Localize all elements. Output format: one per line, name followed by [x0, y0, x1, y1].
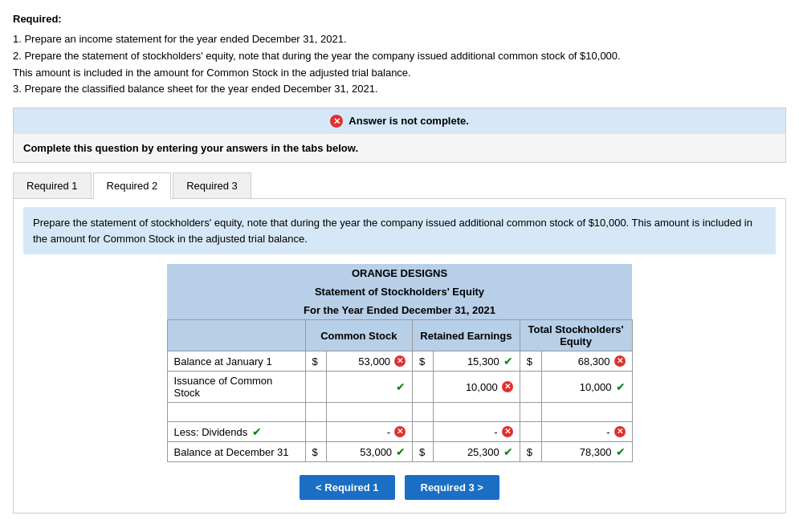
row3-common-dollar	[305, 422, 326, 442]
instructions-block: 1. Prepare an income statement for the y…	[13, 31, 786, 98]
row3-total-x-icon[interactable]: ✕	[614, 426, 626, 437]
row0-common-x-icon[interactable]: ✕	[394, 355, 406, 367]
col-total-equity-header: Total Stockholders' Equity	[520, 320, 632, 351]
row3-common-number: -	[387, 426, 390, 438]
row0-label: Balance at January 1	[167, 351, 305, 372]
row3-retained-number: -	[494, 426, 497, 438]
row1-common-check-icon: ✔	[396, 380, 406, 393]
row4-label: Balance at December 31	[167, 442, 305, 462]
row4-retained-check-icon: ✔	[503, 445, 513, 458]
instruction-line1: 1. Prepare an income statement for the y…	[13, 31, 786, 48]
required-header: Required:	[13, 13, 786, 25]
instruction-line2: 2. Prepare the statement of stockholders…	[13, 48, 786, 65]
period-title: For the Year Ended December 31, 2021	[167, 301, 632, 320]
row1-total-number: 10,000	[580, 381, 612, 393]
row3-label-text: Less: Dividends	[174, 426, 248, 438]
row1-retained-val[interactable]: 10,000 ✕	[434, 372, 520, 403]
row4-common-dollar: $	[305, 442, 326, 462]
row1-label: Issuance of Common Stock	[167, 372, 305, 403]
row4-common-check-icon: ✔	[396, 445, 406, 458]
tab-content: Prepare the statement of stockholders' e…	[13, 199, 786, 514]
row1-common-val: ✔	[326, 372, 413, 403]
table-row: Balance at January 1 $ 53,000 ✕ $ 15,300…	[167, 351, 632, 372]
table-wrapper: ORANGE DESIGNS Statement of Stockholders…	[23, 264, 776, 462]
row1-total-check-icon: ✔	[616, 380, 626, 393]
row0-total-val[interactable]: 68,300 ✕	[541, 351, 632, 372]
row0-common-number: 53,000	[358, 355, 390, 368]
row3-common-x-icon[interactable]: ✕	[394, 426, 406, 437]
row0-retained-val[interactable]: 15,300 ✔	[434, 351, 520, 372]
row3-retained-dollar	[413, 422, 434, 442]
answer-box: ✕ Answer is not complete. Complete this …	[13, 108, 786, 163]
row4-common-number: 53,000	[360, 446, 392, 458]
not-complete-icon: ✕	[330, 115, 343, 128]
row3-label: Less: Dividends ✔	[167, 422, 305, 442]
table-row: Less: Dividends ✔ - ✕ -	[167, 422, 632, 442]
row2-label	[167, 403, 305, 422]
row3-total-val[interactable]: - ✕	[541, 422, 632, 442]
row0-retained-check-icon: ✔	[503, 355, 513, 368]
col-common-stock-header: Common Stock	[305, 320, 413, 351]
statement-title: Statement of Stockholders' Equity	[167, 282, 632, 301]
row0-common-dollar: $	[305, 351, 326, 372]
row0-retained-dollar: $	[413, 351, 434, 372]
row0-total-number: 68,300	[578, 355, 610, 368]
required-text: Required:	[13, 13, 62, 25]
row3-total-dollar	[520, 422, 541, 442]
row4-total-number: 78,300	[580, 446, 612, 458]
row4-total-dollar: $	[520, 442, 541, 462]
table-row: Balance at December 31 $ 53,000 ✔ $ 25,3…	[167, 442, 632, 462]
row3-label-check-icon: ✔	[252, 425, 262, 438]
row0-retained-number: 15,300	[467, 355, 499, 368]
row4-total-val[interactable]: 78,300 ✔	[541, 442, 632, 462]
row1-total-dollar	[520, 372, 541, 403]
next-button[interactable]: Required 3 >	[405, 475, 499, 500]
nav-buttons: < Required 1 Required 3 >	[23, 475, 776, 500]
row0-total-dollar: $	[520, 351, 541, 372]
row4-retained-number: 25,300	[467, 446, 499, 458]
not-complete-text: Answer is not complete.	[349, 115, 469, 127]
row1-retained-dollar	[413, 372, 434, 403]
instruction-line3: 3. Prepare the classified balance sheet …	[13, 81, 786, 98]
row1-common-dollar	[305, 372, 326, 403]
tab-required2[interactable]: Required 2	[93, 173, 172, 199]
tabs-container: Required 1 Required 2 Required 3	[13, 173, 786, 199]
tab-required1[interactable]: Required 1	[13, 173, 92, 198]
row0-total-x-icon[interactable]: ✕	[614, 355, 626, 367]
row4-total-check-icon: ✔	[616, 445, 626, 458]
col-retained-earnings-header: Retained Earnings	[413, 320, 520, 351]
row4-common-val[interactable]: 53,000 ✔	[326, 442, 413, 462]
row4-retained-dollar: $	[413, 442, 434, 462]
row1-total-val: 10,000 ✔	[541, 372, 632, 403]
answer-status-bar: ✕ Answer is not complete.	[14, 108, 785, 134]
instruction-line2b: This amount is included in the amount fo…	[13, 65, 786, 82]
col-label-header	[167, 320, 305, 351]
tab-description: Prepare the statement of stockholders' e…	[23, 207, 776, 254]
row1-retained-x-icon[interactable]: ✕	[502, 381, 513, 392]
table-row-empty	[167, 403, 632, 422]
prev-button[interactable]: < Required 1	[300, 475, 394, 500]
row0-common-val[interactable]: 53,000 ✕	[326, 351, 413, 372]
table-row: Issuance of Common Stock ✔ 10,000 ✕	[167, 372, 632, 403]
row1-retained-number: 10,000	[466, 381, 498, 393]
row3-total-number: -	[606, 426, 609, 438]
tab-required3[interactable]: Required 3	[173, 173, 251, 198]
company-name: ORANGE DESIGNS	[167, 264, 632, 282]
stockholders-equity-table: ORANGE DESIGNS Statement of Stockholders…	[167, 264, 633, 462]
row3-retained-val[interactable]: - ✕	[434, 422, 520, 442]
complete-instruction: Complete this question by entering your …	[14, 134, 785, 162]
row3-common-val[interactable]: - ✕	[326, 422, 413, 442]
row4-retained-val[interactable]: 25,300 ✔	[434, 442, 520, 462]
row3-retained-x-icon[interactable]: ✕	[502, 426, 513, 437]
